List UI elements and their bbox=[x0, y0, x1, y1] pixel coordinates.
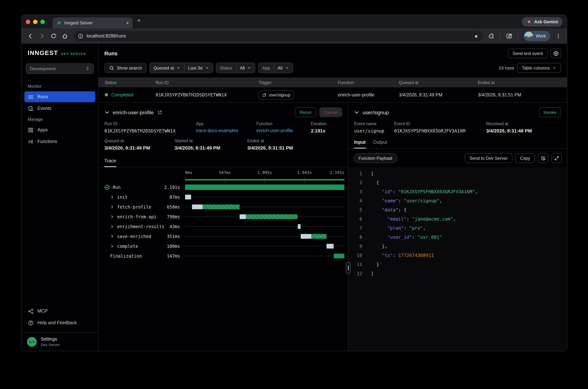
home-icon[interactable] bbox=[62, 33, 68, 39]
cancel-button[interactable]: Cancel bbox=[319, 107, 342, 117]
trace-row[interactable]: enrich-from-api798ms bbox=[104, 212, 344, 222]
sidebar-item-apps[interactable]: Apps bbox=[24, 125, 95, 135]
environment-select[interactable]: Development bbox=[26, 63, 94, 74]
gemini-sparkle-icon bbox=[526, 19, 532, 24]
trace-row[interactable]: save-enriched351ms bbox=[104, 231, 344, 241]
table-header: Status Run ID Trigger Function Queued at… bbox=[99, 77, 567, 87]
axis-label: 1.095s bbox=[258, 170, 272, 175]
reload-icon[interactable] bbox=[51, 33, 56, 39]
new-tab-button[interactable]: + bbox=[137, 17, 141, 24]
external-link-icon[interactable] bbox=[157, 110, 162, 115]
panel-resize-handle[interactable] bbox=[346, 262, 351, 274]
invoke-button[interactable]: Invoke bbox=[539, 107, 561, 117]
site-info-icon[interactable] bbox=[78, 33, 83, 39]
trace-span-bar[interactable] bbox=[300, 224, 301, 229]
trace-span-bar[interactable] bbox=[301, 234, 311, 239]
trace-span-bar[interactable] bbox=[191, 195, 191, 199]
collapse-chevron-icon[interactable] bbox=[104, 110, 110, 115]
code-token: "ts" bbox=[382, 253, 393, 258]
events-icon bbox=[28, 106, 33, 111]
sidebar-item-events[interactable]: Events bbox=[24, 103, 95, 114]
time-field-dropdown[interactable]: Queued at bbox=[150, 63, 184, 73]
feed-settings-button[interactable] bbox=[551, 48, 561, 58]
payload-code-editor[interactable]: 1[2 {3 "id": "01KJXSYPSFHBXX03GRJFV3A16M… bbox=[348, 167, 567, 351]
browser-menu-icon[interactable] bbox=[556, 33, 561, 39]
sidebar-item-functions[interactable]: Functions bbox=[24, 136, 95, 147]
maximize-window-button[interactable] bbox=[40, 19, 45, 24]
ask-gemini-button[interactable]: Ask Gemini bbox=[522, 17, 562, 26]
trace-row[interactable]: init87ms bbox=[104, 192, 344, 202]
sidebar-item-mcp[interactable]: MCP bbox=[24, 306, 95, 317]
line-number: 9 bbox=[353, 242, 362, 251]
trace-span-bar[interactable] bbox=[185, 195, 191, 199]
app-filter-dropdown[interactable]: All bbox=[274, 63, 293, 73]
step-expand-chevron-icon[interactable] bbox=[110, 205, 114, 209]
tab-trace[interactable]: Trace bbox=[104, 158, 116, 167]
trace-span-bar[interactable] bbox=[192, 204, 203, 209]
collapse-chevron-icon[interactable] bbox=[354, 110, 359, 115]
forward-icon[interactable] bbox=[39, 33, 45, 39]
time-range-dropdown[interactable]: Last 3d bbox=[184, 63, 213, 73]
code-line: 3 "id": "01KJXSYPSFHBXX03GRJFV3A16M", bbox=[353, 187, 567, 196]
run-table-row[interactable]: Completed 01KJXSYPZYB6TH2DSDSYETWN1X use… bbox=[99, 87, 567, 102]
app-link[interactable]: trace-docs-examples bbox=[196, 128, 256, 133]
status-filter-dropdown[interactable]: All bbox=[236, 63, 255, 73]
close-window-button[interactable] bbox=[26, 19, 30, 24]
trace-span-bar[interactable] bbox=[239, 214, 246, 219]
trace-span-bar[interactable] bbox=[246, 214, 297, 219]
event-meta-row: Event nameuser/signup Event ID01KJXSYPSF… bbox=[348, 121, 567, 138]
expand-button[interactable] bbox=[551, 153, 562, 163]
word-wrap-button[interactable] bbox=[538, 153, 548, 163]
trace-row[interactable]: enrichment-results43ms bbox=[104, 222, 344, 231]
tab-input[interactable]: Input bbox=[354, 139, 366, 148]
code-line: 10 "ts": 1772674308911 bbox=[353, 251, 567, 260]
url-bar[interactable]: localhost:8288/runs ★ bbox=[73, 31, 483, 41]
step-expand-chevron-icon[interactable] bbox=[110, 225, 114, 228]
show-search-button[interactable]: Show search bbox=[104, 63, 147, 73]
trace-row[interactable]: complete100ms bbox=[104, 241, 344, 251]
profile-chip[interactable]: Work bbox=[524, 31, 550, 41]
trace-row[interactable]: Run2.191s bbox=[104, 182, 344, 192]
step-expand-chevron-icon[interactable] bbox=[110, 234, 114, 238]
step-expand-chevron-icon[interactable] bbox=[110, 215, 114, 219]
tab-title: Inngest Server bbox=[64, 20, 123, 26]
status-filter-label: Status bbox=[216, 63, 236, 73]
back-icon[interactable] bbox=[27, 33, 33, 39]
trace-span-bar[interactable] bbox=[334, 254, 344, 258]
copy-button[interactable]: Copy bbox=[515, 153, 535, 163]
trace-row-label: complete bbox=[117, 244, 138, 249]
trace-span-bar[interactable] bbox=[333, 244, 334, 249]
trigger-pill[interactable]: user/signup bbox=[259, 90, 294, 99]
sidebar-item-help[interactable]: Help and Feedback bbox=[24, 317, 95, 328]
minimize-window-button[interactable] bbox=[33, 19, 37, 24]
send-to-dev-server-button[interactable]: Send to Dev Server bbox=[465, 153, 512, 163]
browser-tab[interactable]: Inngest Server ✕ bbox=[53, 17, 133, 28]
trace-span-bar[interactable] bbox=[203, 204, 240, 209]
sidebar-item-runs[interactable]: Runs bbox=[24, 91, 95, 102]
table-columns-button[interactable]: Table columns bbox=[517, 63, 561, 73]
function-payload-button[interactable]: Function Payload bbox=[353, 153, 397, 163]
ended-at-cell: 3/4/2026, 8:31:51 PM bbox=[478, 92, 567, 97]
duration-value: 2.191s bbox=[311, 128, 327, 133]
chevron-down-icon bbox=[247, 66, 251, 70]
trace-span-bar[interactable] bbox=[298, 224, 300, 229]
status-dot bbox=[105, 93, 108, 97]
trace-span-bar[interactable] bbox=[185, 185, 344, 190]
side-panel-search-icon[interactable] bbox=[506, 33, 512, 39]
bookmark-star-icon[interactable]: ★ bbox=[474, 34, 478, 38]
trace-row[interactable]: Finalization147ms bbox=[104, 251, 344, 261]
settings-item[interactable]: </> Settings Dev Server bbox=[22, 332, 98, 351]
extensions-icon[interactable] bbox=[488, 33, 495, 39]
trace-row[interactable]: fetch-profile658ms bbox=[104, 202, 344, 212]
tab-output[interactable]: Output bbox=[373, 139, 387, 148]
step-expand-chevron-icon[interactable] bbox=[110, 244, 114, 248]
code-token: , bbox=[453, 216, 456, 222]
trace-span-bar[interactable] bbox=[326, 244, 333, 249]
rerun-button[interactable]: Rerun bbox=[295, 107, 316, 117]
tab-close-icon[interactable]: ✕ bbox=[126, 21, 129, 25]
trace-span-bar[interactable] bbox=[311, 234, 326, 239]
function-link[interactable]: enrich-user-profile bbox=[256, 128, 311, 133]
settings-sublabel: Dev Server bbox=[41, 342, 60, 347]
step-expand-chevron-icon[interactable] bbox=[110, 195, 114, 199]
send-test-event-button[interactable]: Send test event bbox=[508, 48, 548, 58]
